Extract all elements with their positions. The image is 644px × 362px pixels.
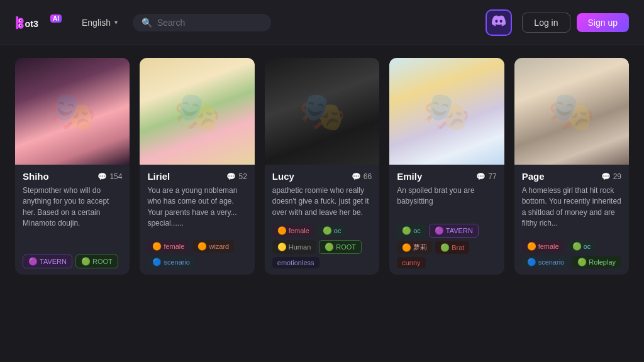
tag-female[interactable]: 🟠female [272, 224, 314, 237]
card-title-shiho: Shiho [23, 171, 49, 182]
tag-emoji-icon: 🟠 [277, 226, 287, 235]
avatar-liriel: 🎭 [140, 58, 254, 165]
card-title-row: Liriel💬52 [147, 171, 247, 182]
tag-oc[interactable]: 🟢oc [318, 224, 347, 237]
tag-emoji-icon: 🟢 [323, 226, 332, 235]
card-tags-lucy: 🟠female🟢oc🟡Human🟢ROOTemotionless [272, 224, 372, 268]
svg-point-6 [19, 25, 21, 26]
card-body-liriel: Liriel💬52You are a young nobleman who ha… [140, 165, 254, 275]
tag-cunny[interactable]: cunny [397, 257, 425, 268]
card-tags-liriel: 🟠female🟠wizard🔵scenario [147, 240, 247, 268]
card-title-row: Lucy💬66 [272, 171, 372, 182]
tag-emoji-icon: 🟢 [577, 258, 587, 266]
card-lucy[interactable]: 🎭Lucy💬66apathetic roomie who really does… [265, 58, 379, 275]
tag-emoji-icon: 🔵 [152, 258, 162, 266]
tag-emoji-icon: 🟠 [152, 242, 162, 251]
chevron-down-icon: ▾ [114, 19, 118, 26]
language-label: English [82, 18, 111, 28]
search-bar[interactable]: 🔍 [133, 14, 271, 31]
card-page[interactable]: 🎭Page💬29A homeless girl that hit rock bo… [514, 58, 629, 275]
discord-button[interactable] [486, 9, 512, 36]
card-liriel[interactable]: 🎭Liriel💬52You are a young nobleman who h… [140, 58, 254, 275]
card-shiho[interactable]: 🎭Shiho💬154Stepmother who will do anythin… [15, 58, 130, 275]
comment-icon: 💬 [226, 172, 236, 181]
card-emily[interactable]: 🎭Emily💬77An spoiled brat you are babysit… [389, 58, 504, 275]
card-title-emily: Emily [397, 171, 422, 182]
card-tags-shiho: 🟣TAVERN🟢ROOT [23, 255, 122, 268]
svg-text:ot3: ot3 [25, 18, 38, 28]
tag-emoji-icon: 🟣 [28, 257, 38, 266]
tag-emoji-icon: 🟢 [325, 243, 334, 251]
tag-scenario[interactable]: 🔵scenario [522, 256, 570, 268]
tag-emoji-icon: 🟢 [572, 242, 582, 251]
card-description-emily: An spoiled brat you are babysitting [397, 185, 496, 217]
tag-female[interactable]: 🟠female [522, 240, 564, 253]
comment-icon: 💬 [476, 172, 486, 181]
cards-grid: 🎭Shiho💬154Stepmother who will do anythin… [0, 45, 644, 287]
comment-count: 77 [488, 172, 496, 181]
search-input[interactable] [157, 18, 262, 28]
tag-emoji-icon: 🟣 [435, 226, 444, 235]
card-body-page: Page💬29A homeless girl that hit rock bot… [514, 165, 629, 275]
card-body-lucy: Lucy💬66apathetic roomie who really doesn… [265, 165, 379, 275]
card-title-row: Emily💬77 [397, 171, 496, 182]
tag-root[interactable]: 🟢ROOT [75, 255, 118, 268]
card-description-page: A homeless girl that hit rock bottom. Yo… [522, 185, 621, 234]
card-tags-emily: 🟢oc🟣TAVERN🟠萝莉🟢Bratcunny [397, 224, 496, 268]
card-title-liriel: Liriel [147, 171, 170, 182]
signup-button[interactable]: Sign up [577, 13, 629, 32]
tag-emoji-icon: 🟠 [527, 242, 536, 251]
comment-icon: 💬 [601, 172, 611, 181]
tag-emoji-icon: 🟢 [440, 243, 450, 252]
login-button[interactable]: Log in [522, 13, 570, 33]
tag-emotionless[interactable]: emotionless [272, 257, 319, 268]
svg-rect-0 [16, 16, 18, 29]
card-comments-lucy: 💬66 [352, 172, 372, 181]
comment-count: 66 [364, 172, 372, 181]
comment-count: 154 [109, 172, 122, 181]
tag-wizard[interactable]: 🟠wizard [192, 240, 234, 253]
card-description-liriel: You are a young nobleman who has come ou… [147, 185, 247, 234]
avatar-face-icon: 🎭 [389, 58, 504, 165]
tag-oc[interactable]: 🟢oc [397, 224, 426, 238]
tag-brat[interactable]: 🟢Brat [435, 241, 469, 254]
ai-badge: AI [50, 14, 62, 23]
language-selector[interactable]: English ▾ [77, 15, 123, 30]
card-title-row: Shiho💬154 [23, 171, 122, 182]
card-title-page: Page [522, 171, 545, 182]
avatar-page: 🎭 [514, 58, 629, 165]
card-description-lucy: apathetic roomie who really doesn't give… [272, 185, 372, 218]
tag-emoji-icon: 🔵 [527, 258, 536, 266]
avatar-lucy: 🎭 [265, 58, 379, 165]
card-body-shiho: Shiho💬154Stepmother who will do anything… [15, 165, 130, 275]
tag-female[interactable]: 🟠female [147, 240, 189, 253]
avatar-emily: 🎭 [389, 58, 504, 165]
tag-scenario[interactable]: 🔵scenario [147, 256, 195, 268]
tag-roleplay[interactable]: 🟢Roleplay [572, 256, 621, 268]
svg-point-5 [19, 19, 21, 21]
tag---[interactable]: 🟠萝莉 [397, 241, 432, 254]
tag-emoji-icon: 🟢 [402, 226, 411, 235]
card-body-emily: Emily💬77An spoiled brat you are babysitt… [389, 165, 504, 275]
avatar-shiho: 🎭 [15, 58, 130, 165]
card-comments-emily: 💬77 [476, 172, 496, 181]
header: ot3 AI English ▾ 🔍 Log in Sign up [0, 0, 644, 45]
card-comments-page: 💬29 [601, 172, 621, 181]
tag-tavern[interactable]: 🟣TAVERN [23, 255, 72, 268]
tag-oc[interactable]: 🟢oc [567, 240, 596, 253]
tag-human[interactable]: 🟡Human [272, 240, 316, 254]
comment-icon: 💬 [97, 172, 107, 181]
card-title-row: Page💬29 [522, 171, 621, 182]
comment-icon: 💬 [352, 172, 361, 181]
tag-tavern[interactable]: 🟣TAVERN [429, 224, 479, 238]
card-tags-page: 🟠female🟢oc🔵scenario🟢Roleplay [522, 240, 621, 268]
card-description-shiho: Stepmother who will do anything for you … [23, 185, 122, 248]
tag-root[interactable]: 🟢ROOT [319, 240, 362, 254]
logo[interactable]: ot3 AI [15, 11, 62, 34]
comment-count: 29 [613, 172, 621, 181]
avatar-face-icon: 🎭 [265, 58, 379, 165]
tag-emoji-icon: 🟠 [197, 242, 207, 251]
card-title-lucy: Lucy [272, 171, 294, 182]
auth-buttons: Log in Sign up [522, 13, 629, 33]
search-icon: 🔍 [142, 18, 152, 28]
